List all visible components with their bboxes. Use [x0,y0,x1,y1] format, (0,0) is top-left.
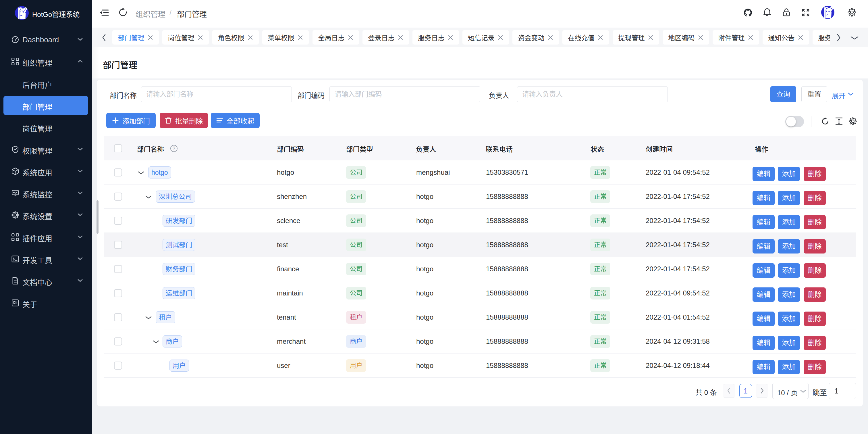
svg-text:?: ? [173,146,175,151]
